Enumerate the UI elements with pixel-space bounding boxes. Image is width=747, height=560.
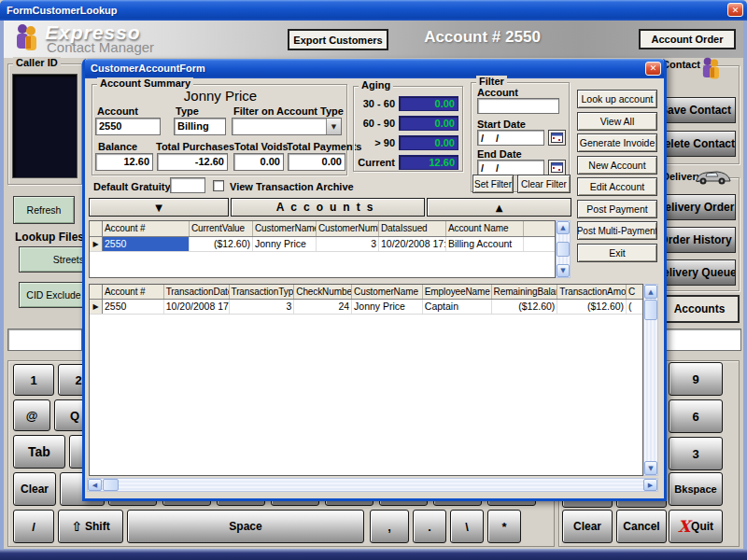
key-bkspace[interactable]: Bkspace: [669, 472, 723, 506]
key-1[interactable]: 1: [13, 364, 54, 396]
voids-field[interactable]: 0.00: [233, 153, 284, 171]
dialog-horizontal-scrollbar[interactable]: ◀ ▶: [87, 478, 658, 492]
scroll-left-icon[interactable]: ◀: [88, 479, 102, 491]
cell-employee-name[interactable]: Captain: [423, 300, 492, 314]
view-all-button[interactable]: View All: [577, 112, 657, 131]
key-backslash[interactable]: \: [450, 510, 484, 543]
cell-customer-number[interactable]: 3: [317, 237, 379, 251]
filter-type-dropdown[interactable]: ▼: [232, 118, 342, 135]
save-contact-button[interactable]: Save Contact: [655, 97, 736, 123]
main-close-icon[interactable]: ✕: [727, 3, 743, 17]
accounts-bar-label[interactable]: Accounts: [231, 198, 425, 217]
purchases-field[interactable]: -12.60: [157, 153, 228, 171]
start-date-calendar-button[interactable]: [548, 130, 566, 146]
default-gratuity-field[interactable]: [170, 177, 205, 193]
scroll-thumb[interactable]: [644, 300, 657, 320]
edit-account-button[interactable]: Edit Account: [577, 177, 657, 196]
key-quit[interactable]: X Quit: [669, 510, 723, 543]
column-header[interactable]: TransactionType: [230, 285, 295, 299]
scroll-right-icon[interactable]: ▶: [643, 479, 657, 491]
column-header[interactable]: TransactionAmount: [557, 285, 627, 299]
end-date-calendar-button[interactable]: [548, 160, 566, 175]
cell-check-number[interactable]: 24: [294, 300, 352, 314]
cell-transaction-amount[interactable]: ($12.60): [557, 300, 627, 314]
cell-account[interactable]: 2550: [103, 237, 190, 251]
start-date-field[interactable]: / /: [477, 130, 544, 146]
accounts-grid-scrollbar[interactable]: ▲ ▼: [556, 220, 571, 278]
column-header[interactable]: TransactionDate: [164, 285, 230, 299]
column-header[interactable]: C: [627, 285, 642, 299]
account-order-button[interactable]: Account Order: [639, 29, 736, 49]
delivery-queue-button[interactable]: Delivery Queue: [655, 259, 736, 286]
key-slash[interactable]: /: [13, 510, 54, 543]
scroll-up-icon[interactable]: ▲: [644, 285, 657, 299]
set-filter-button[interactable]: Set Filter: [472, 175, 514, 193]
key-comma[interactable]: ,: [370, 510, 409, 543]
new-account-button[interactable]: New Account: [577, 156, 657, 175]
transactions-grid-scrollbar[interactable]: ▲ ▼: [643, 284, 658, 476]
key-3[interactable]: 3: [669, 437, 723, 470]
column-header[interactable]: RemainingBalance: [492, 285, 558, 299]
look-up-account-button[interactable]: Look up account: [577, 90, 657, 108]
streets-button[interactable]: Streets: [19, 246, 89, 273]
filter-account-field[interactable]: [477, 98, 559, 114]
column-header[interactable]: EmployeeName: [423, 285, 492, 299]
scroll-up-icon[interactable]: ▲: [557, 221, 570, 234]
key-clear[interactable]: Clear: [13, 472, 56, 506]
key-space[interactable]: Space: [127, 510, 364, 543]
key-period[interactable]: .: [413, 510, 446, 543]
order-history-button[interactable]: Order History: [655, 227, 736, 253]
end-date-field[interactable]: / /: [477, 160, 544, 175]
dialog-close-icon[interactable]: ✕: [645, 62, 661, 76]
post-multi-payment-button[interactable]: Post Multi-Payment: [577, 221, 657, 240]
key-clear-right[interactable]: Clear: [562, 510, 613, 543]
accounts-bar-up-icon[interactable]: ▲: [427, 198, 571, 217]
exit-button[interactable]: Exit: [577, 244, 657, 262]
delete-contact-button[interactable]: Delete Contact: [655, 131, 736, 157]
main-titlebar[interactable]: FormCustomerLookup: [0, 0, 747, 21]
view-transaction-archive-checkbox[interactable]: [213, 180, 224, 191]
cell-date-issued[interactable]: 10/20/2008 17:2: [379, 237, 446, 251]
type-field[interactable]: Billing: [174, 118, 226, 135]
right-panel-field[interactable]: [657, 329, 741, 351]
key-tab[interactable]: Tab: [13, 435, 65, 469]
post-payment-button[interactable]: Post Payment: [577, 200, 657, 218]
cell-account-name[interactable]: Billing Account: [446, 237, 524, 251]
key-cancel[interactable]: Cancel: [616, 510, 667, 543]
key-9[interactable]: 9: [669, 362, 723, 396]
scroll-down-icon[interactable]: ▼: [557, 264, 570, 277]
column-header[interactable]: CurrentValue: [190, 221, 253, 236]
column-header[interactable]: CustomerName: [253, 221, 317, 236]
column-header[interactable]: CustomerNumber: [317, 221, 379, 236]
scroll-thumb[interactable]: [103, 479, 119, 491]
cell-remaining-balance[interactable]: ($12.60): [492, 300, 558, 314]
cell-customer-name[interactable]: Jonny Price: [253, 237, 317, 251]
table-row[interactable]: ▶ 2550 ($12.60) Jonny Price 3 10/20/2008…: [90, 237, 555, 252]
key-6[interactable]: 6: [669, 399, 723, 433]
dialog-titlebar[interactable]: CustomerAccountForm ✕: [85, 59, 664, 78]
export-customers-button[interactable]: Export Customers: [288, 29, 388, 50]
column-header[interactable]: Account Name: [446, 221, 524, 236]
row-selector-icon[interactable]: ▶: [90, 300, 103, 314]
scroll-thumb[interactable]: [557, 242, 570, 257]
delivery-order-button[interactable]: Delivery Order: [655, 194, 736, 220]
chevron-down-icon[interactable]: ▼: [326, 119, 341, 134]
refresh-button[interactable]: Refresh: [13, 196, 75, 224]
accounts-button[interactable]: Accounts: [659, 295, 740, 323]
lookup-input[interactable]: [7, 329, 82, 351]
cell-customer-name[interactable]: Jonny Price: [352, 300, 423, 314]
cell-transaction-date[interactable]: 10/20/2008 17:2: [164, 300, 230, 314]
cell-account[interactable]: 2550: [103, 300, 164, 314]
key-shift[interactable]: ⇧ Shift: [58, 510, 123, 543]
cell-current-value[interactable]: ($12.60): [190, 237, 253, 251]
table-row[interactable]: ▶ 2550 10/20/2008 17:2 3 24 Jonny Price …: [90, 300, 642, 315]
column-header[interactable]: CheckNumber: [294, 285, 352, 299]
column-header[interactable]: DataIssued: [379, 221, 446, 236]
scroll-down-icon[interactable]: ▼: [644, 461, 657, 475]
column-header[interactable]: Account #: [103, 221, 190, 236]
cell-partial[interactable]: (: [627, 300, 642, 314]
accounts-bar-down-icon[interactable]: ▼: [89, 198, 229, 217]
clear-filter-button[interactable]: Clear Filter: [517, 175, 571, 193]
account-field[interactable]: 2550: [95, 118, 161, 135]
cell-transaction-type[interactable]: 3: [230, 300, 295, 314]
